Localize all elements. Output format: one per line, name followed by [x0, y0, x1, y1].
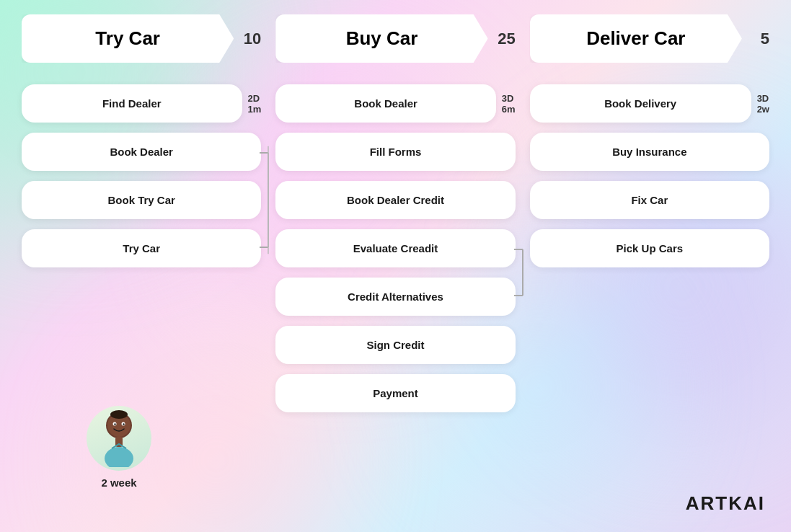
book-dealer-credit-label: Book Dealer Credit	[347, 194, 444, 206]
sign-credit-label: Sign Credit	[366, 339, 424, 351]
find-dealer-label: Find Dealer	[102, 97, 162, 110]
col1-bracketed-cards: Book Dealer Book Try Car Try Car	[22, 133, 261, 267]
find-dealer-card[interactable]: Find Dealer	[22, 84, 242, 123]
pick-up-cars-card[interactable]: Pick Up Cars	[530, 229, 769, 267]
buy-car-header-wrapper: Buy Car 25	[275, 14, 515, 63]
book-dealer-2-card[interactable]: Book Dealer	[275, 84, 496, 123]
find-dealer-time: 2D 1m	[248, 93, 262, 115]
find-dealer-time2: 1m	[248, 104, 262, 115]
payment-label: Payment	[373, 387, 418, 399]
fix-car-label: Fix Car	[631, 194, 668, 206]
try-car-column: Find Dealer 2D 1m Book Dealer Book Try C…	[22, 84, 261, 412]
svg-point-13	[105, 447, 133, 467]
svg-point-11	[114, 423, 115, 425]
try-car-title: Try Car	[95, 27, 160, 49]
book-dealer-time: 3D 6m	[502, 93, 516, 115]
deliver-car-column: Book Delivery 3D 2w Buy Insurance Fix Ca…	[530, 84, 769, 412]
col2-bracketed-cards: Evaluate Creadit Credit Alternatives	[275, 229, 515, 316]
evaluate-creadit-label: Evaluate Creadit	[353, 242, 438, 254]
col1-bracket-svg	[260, 133, 273, 267]
book-dealer-2-label: Book Dealer	[354, 97, 417, 110]
book-dealer-label: Book Dealer	[110, 146, 173, 158]
fill-forms-card[interactable]: Fill Forms	[275, 133, 515, 171]
try-car-badge: 10	[239, 30, 261, 48]
book-delivery-card[interactable]: Book Delivery	[530, 84, 751, 123]
deliver-car-title: Deliver Car	[586, 27, 685, 49]
book-delivery-time: 3D 2w	[757, 93, 769, 115]
headers-row: Try Car 10 Buy Car 25 Deliver Car 5	[22, 14, 769, 63]
avatar	[87, 406, 151, 471]
deliver-car-header-wrapper: Deliver Car 5	[530, 14, 769, 63]
fix-car-card[interactable]: Fix Car	[530, 181, 769, 219]
book-delivery-time1: 3D	[757, 93, 769, 104]
svg-point-15	[110, 410, 128, 419]
book-try-car-label: Book Try Car	[107, 194, 174, 206]
pick-up-cars-label: Pick Up Cars	[617, 242, 684, 254]
deliver-car-header: Deliver Car	[530, 14, 742, 63]
book-delivery-row: Book Delivery 3D 2w	[530, 84, 769, 123]
buy-car-header: Buy Car	[275, 14, 487, 63]
book-dealer-credit-card[interactable]: Book Dealer Credit	[275, 181, 515, 219]
buy-car-column: Book Dealer 3D 6m Fill Forms Book Dealer…	[275, 84, 515, 412]
col2-bracket-svg	[514, 229, 527, 316]
artkai-logo: ARTKAI	[686, 492, 765, 515]
fill-forms-label: Fill Forms	[370, 146, 422, 158]
col2-bracket-group: Evaluate Creadit Credit Alternatives	[275, 229, 515, 316]
credit-alternatives-card[interactable]: Credit Alternatives	[275, 278, 515, 316]
buy-car-badge: 25	[494, 30, 516, 48]
find-dealer-time1: 2D	[248, 93, 260, 104]
book-dealer-card[interactable]: Book Dealer	[22, 133, 261, 171]
credit-alternatives-label: Credit Alternatives	[348, 291, 443, 303]
book-delivery-label: Book Delivery	[604, 97, 676, 110]
avatar-area: 2 week	[87, 406, 151, 489]
evaluate-creadit-card[interactable]: Evaluate Creadit	[275, 229, 515, 267]
book-dealer-row: Book Dealer 3D 6m	[275, 84, 515, 123]
svg-point-12	[123, 423, 124, 425]
buy-insurance-card[interactable]: Buy Insurance	[530, 133, 769, 171]
col1-bracket-group: Book Dealer Book Try Car Try Car	[22, 133, 261, 267]
try-car-header-wrapper: Try Car 10	[22, 14, 261, 63]
sign-credit-card[interactable]: Sign Credit	[275, 326, 515, 364]
content-area: Find Dealer 2D 1m Book Dealer Book Try C…	[22, 84, 769, 412]
buy-car-title: Buy Car	[346, 27, 418, 49]
avatar-label: 2 week	[101, 476, 136, 489]
payment-card[interactable]: Payment	[275, 374, 515, 412]
book-delivery-time2: 2w	[757, 104, 769, 115]
try-car-header: Try Car	[22, 14, 234, 63]
book-dealer-time1: 3D	[502, 93, 514, 104]
find-dealer-row: Find Dealer 2D 1m	[22, 84, 261, 123]
book-dealer-time2: 6m	[502, 104, 516, 115]
avatar-svg	[94, 409, 144, 467]
deliver-car-badge: 5	[748, 30, 769, 48]
try-car-card-label: Try Car	[123, 242, 160, 254]
book-try-car-card[interactable]: Book Try Car	[22, 181, 261, 219]
buy-insurance-label: Buy Insurance	[612, 146, 686, 158]
try-car-card[interactable]: Try Car	[22, 229, 261, 267]
